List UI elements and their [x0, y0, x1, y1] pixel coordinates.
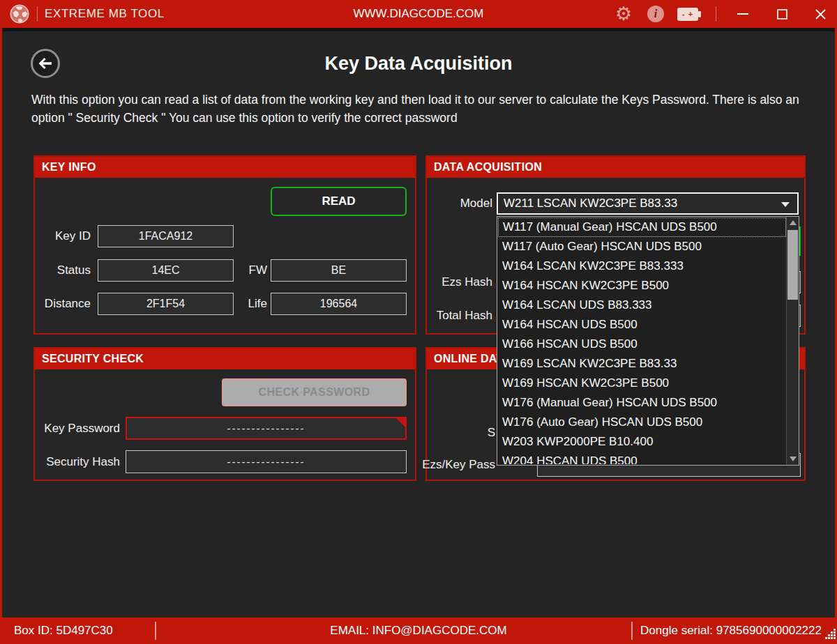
- chevron-down-icon: [781, 202, 790, 207]
- security-check-panel: SECURITY CHECK CHECK PASSWORD Key Passwo…: [33, 347, 416, 481]
- content-top-edge: [2, 28, 835, 31]
- page-title: Key Data Acquisition: [0, 53, 837, 75]
- app-title: EXTREME MB TOOL: [45, 0, 165, 28]
- footer-divider: [631, 622, 633, 640]
- dropdown-items-container: W117 (Manual Gear) HSCAN UDS B500W117 (A…: [498, 217, 786, 464]
- title-bar: EXTREME MB TOOL WWW.DIAGCODE.COM ⚙ i - +: [0, 0, 837, 28]
- dropdown-item[interactable]: W164 HSCAN UDS B500: [498, 315, 786, 335]
- security-check-header: SECURITY CHECK: [35, 348, 415, 369]
- validation-error-corner-icon: [396, 418, 405, 427]
- dropdown-item[interactable]: W169 LSCAN KW2C3PE B83.33: [498, 354, 786, 374]
- scrollbar-down-arrow-icon[interactable]: [787, 453, 799, 465]
- distance-field[interactable]: 2F1F54: [98, 293, 234, 315]
- security-hash-label: Security Hash: [35, 450, 120, 473]
- fw-field[interactable]: BE: [271, 259, 407, 282]
- info-icon[interactable]: i: [642, 0, 670, 28]
- key-password-label: Key Password: [35, 417, 120, 440]
- data-acquisition-header: DATA ACQUISITION: [427, 157, 804, 178]
- life-field[interactable]: 196564: [271, 293, 407, 315]
- scrollbar-up-arrow-icon[interactable]: [787, 217, 799, 229]
- dropdown-scrollbar[interactable]: [786, 217, 799, 465]
- dropdown-item[interactable]: W164 LSCAN UDS B83.333: [498, 296, 786, 315]
- total-hash-label: Total Hash: [431, 305, 492, 327]
- dropdown-item[interactable]: W164 HSCAN KW2C3PE B500: [498, 276, 786, 296]
- key-info-header: KEY INFO: [35, 157, 415, 178]
- scrollbar-thumb[interactable]: [787, 230, 798, 300]
- titlebar-divider: [716, 6, 716, 22]
- model-combobox[interactable]: W211 LSCAN KW2C3PE B83.33: [497, 192, 799, 215]
- online-status-label-fragment: S: [432, 422, 495, 444]
- key-password-value: ----------------: [227, 422, 306, 434]
- security-hash-value: ----------------: [227, 456, 306, 468]
- dropdown-item[interactable]: W176 (Auto Gear) HSCAN UDS B500: [498, 413, 786, 432]
- minimize-button[interactable]: [725, 0, 760, 28]
- resize-grip[interactable]: [825, 629, 836, 643]
- battery-symbols: - +: [682, 10, 693, 18]
- status-label: Status: [35, 259, 91, 282]
- ezs-key-pass-label: Ezs/Key Pass: [427, 453, 495, 477]
- page-description: With this option you can read a list of …: [31, 91, 800, 127]
- dropdown-item[interactable]: W117 (Auto Gear) HSCAN UDS B500: [498, 237, 786, 256]
- key-id-field[interactable]: 1FACA912: [98, 225, 234, 247]
- status-bar: Box ID: 5D497C30 EMAIL: INFO@DIAGCODE.CO…: [0, 618, 837, 644]
- model-dropdown-list: W117 (Manual Gear) HSCAN UDS B500W117 (A…: [497, 216, 799, 466]
- read-button[interactable]: READ: [271, 187, 407, 216]
- titlebar-url: WWW.DIAGCODE.COM: [279, 0, 558, 28]
- status-field[interactable]: 14EC: [98, 259, 234, 282]
- dongle-serial-text: Dongle serial: 9785690000002222: [640, 618, 822, 644]
- close-button[interactable]: [804, 0, 837, 28]
- ezs-hash-label: Ezs Hash: [431, 271, 492, 293]
- key-id-label: Key ID: [35, 225, 91, 247]
- settings-gear-icon[interactable]: ⚙: [610, 0, 638, 28]
- maximize-button[interactable]: [764, 0, 799, 28]
- dropdown-item[interactable]: W203 KWP2000PE B10.400: [498, 432, 786, 452]
- dropdown-item[interactable]: W166 HSCAN UDS B500: [498, 335, 786, 354]
- model-selected-value: W211 LSCAN KW2C3PE B83.33: [504, 197, 677, 210]
- distance-label: Distance: [35, 293, 91, 315]
- app-window: EXTREME MB TOOL WWW.DIAGCODE.COM ⚙ i - +: [0, 0, 837, 644]
- model-label: Model: [431, 192, 492, 215]
- dropdown-item[interactable]: W164 LSCAN KW2C3PE B83.333: [498, 256, 786, 276]
- dropdown-item[interactable]: W169 HSCAN KW2C3PE B500: [498, 374, 786, 393]
- dropdown-item[interactable]: W176 (Manual Gear) HSCAN UDS B500: [498, 393, 786, 413]
- window-border-left: [0, 28, 2, 618]
- key-info-panel: KEY INFO READ Key ID 1FACA912 Status 14E…: [33, 155, 416, 335]
- check-password-button[interactable]: CHECK PASSWORD: [222, 378, 407, 406]
- fw-label: FW: [241, 259, 267, 282]
- dongle-battery-icon[interactable]: - +: [672, 0, 703, 28]
- globe-logo-icon: [9, 3, 30, 24]
- titlebar-divider: [37, 6, 38, 22]
- battery-tip: [698, 11, 701, 17]
- key-password-field[interactable]: ----------------: [126, 417, 407, 440]
- security-hash-field[interactable]: ----------------: [126, 450, 407, 473]
- dropdown-item[interactable]: W117 (Manual Gear) HSCAN UDS B500: [498, 217, 786, 237]
- dropdown-item[interactable]: W204 HSCAN UDS B500: [498, 452, 786, 464]
- life-label: Life: [241, 293, 267, 315]
